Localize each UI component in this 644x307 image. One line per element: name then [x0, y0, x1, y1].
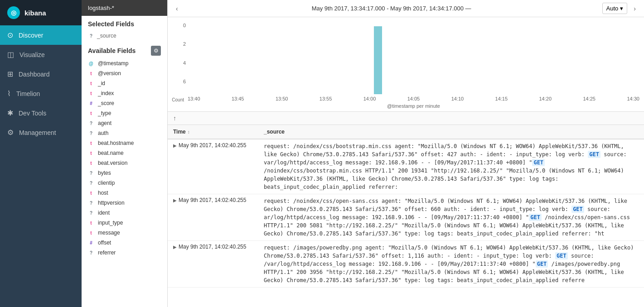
field-type-t: t [88, 221, 94, 225]
field-type-t: t [88, 91, 94, 96]
field-item-beat-version[interactable]: t beat.version [82, 158, 167, 168]
time-cell: ▶May 9th 2017, 14:02:40.255 [168, 194, 258, 241]
field-type-q: ? [88, 171, 94, 176]
field-name: offset [98, 240, 111, 246]
sidebar-item-devtools[interactable]: ✱ Dev Tools [0, 103, 82, 123]
field-item-version[interactable]: t @version [82, 68, 167, 78]
field-item-beat-name[interactable]: t beat.name [82, 148, 167, 158]
field-type-q: ? [88, 211, 94, 216]
field-name: host [98, 190, 108, 196]
kibana-logo-icon: ◎ [7, 6, 20, 19]
sidebar-item-timelion[interactable]: ⌇ Timelion [0, 84, 82, 103]
sidebar-item-label: Discover [19, 32, 43, 39]
available-fields-header: Available Fields ⚙ [82, 41, 167, 58]
field-type-t: t [88, 151, 94, 156]
index-pattern[interactable]: logstash-* [82, 0, 167, 16]
source-field-name: _source [97, 33, 116, 39]
field-name: bytes [98, 170, 111, 176]
sidebar-item-label: Dashboard [19, 71, 50, 78]
nav-up-button[interactable]: ↑ [173, 115, 176, 122]
time-value: May 9th 2017, 14:02:40.255 [179, 142, 246, 149]
sidebar-item-label: Management [19, 129, 56, 136]
field-item-timestamp[interactable]: @ @timestamp [82, 58, 167, 68]
gear-button[interactable]: ⚙ [151, 46, 161, 56]
chevron-down-icon: ▾ [620, 5, 623, 12]
main-content: ‹ May 9th 2017, 13:34:17.000 - May 9th 2… [168, 0, 644, 307]
field-type-t: t [88, 230, 94, 235]
field-name: agent [98, 120, 111, 126]
time-cell: ▶May 9th 2017, 14:02:40.255 [168, 139, 258, 194]
sidebar-item-label: Dev Tools [19, 110, 46, 117]
field-type-q: ? [88, 131, 94, 136]
devtools-icon: ✱ [7, 109, 13, 117]
field-item-httpversion[interactable]: ? httpversion [82, 198, 167, 208]
field-name: @version [98, 70, 121, 77]
sidebar-item-management[interactable]: ⚙ Management [0, 123, 82, 142]
time-cell: ▶May 9th 2017, 14:02:40.255 [168, 241, 258, 288]
field-type-q: ? [88, 250, 94, 255]
field-type-badge: ? [88, 34, 94, 38]
field-type-hash: # [88, 240, 94, 245]
field-type-t: t [88, 161, 94, 166]
field-item-bytes[interactable]: ? bytes [82, 168, 167, 178]
field-item-offset[interactable]: # offset [82, 238, 167, 248]
sidebar: ◎ kibana ⊙ Discover ◫ Visualize ⊞ Dashbo… [0, 0, 82, 307]
field-item-referrer[interactable]: ? referrer [82, 248, 167, 258]
expand-row-button[interactable]: ▶ [173, 245, 177, 249]
source-column-header: _source [258, 125, 644, 139]
chart-bars [188, 22, 639, 94]
source-field-item[interactable]: ? _source [82, 30, 167, 41]
management-icon: ⚙ [7, 128, 14, 137]
timelion-icon: ⌇ [7, 89, 11, 98]
field-item-score[interactable]: # _score [82, 98, 167, 108]
sidebar-item-dashboard[interactable]: ⊞ Dashboard [0, 64, 82, 84]
results-table: Time ↕ _source ▶May 9th 2017, 14:02:40.2… [168, 125, 644, 288]
selected-fields-label: Selected Fields [88, 20, 134, 28]
field-type-t: t [88, 81, 94, 86]
sidebar-item-label: Visualize [19, 51, 45, 58]
source-cell: request: /noindex/css/bootstrap.min.css … [258, 139, 644, 194]
field-item-host[interactable]: t host [82, 188, 167, 198]
field-item-auth[interactable]: ? auth [82, 128, 167, 138]
field-item-message[interactable]: t message [82, 228, 167, 238]
sidebar-item-discover[interactable]: ⊙ Discover [0, 25, 82, 45]
field-item-input-type[interactable]: t input_type [82, 218, 167, 228]
expand-row-button[interactable]: ▶ [173, 143, 177, 148]
sidebar-item-visualize[interactable]: ◫ Visualize [0, 45, 82, 64]
field-item-ident[interactable]: ? ident [82, 208, 167, 218]
collapse-right-button[interactable]: › [631, 3, 639, 14]
field-item-clientip[interactable]: ? clientip [82, 178, 167, 188]
field-type-q: ? [88, 121, 94, 126]
results-toolbar: ↑ [168, 112, 644, 125]
field-name: referrer [98, 249, 116, 256]
field-name: message [98, 230, 120, 236]
discover-icon: ⊙ [7, 31, 13, 39]
nav-left-button[interactable]: ‹ [173, 3, 181, 14]
field-name: @timestamp [98, 60, 129, 67]
field-type-t: t [88, 71, 94, 76]
auto-select-dropdown[interactable]: Auto ▾ [602, 3, 628, 14]
chart-bar[interactable] [374, 26, 383, 94]
field-name: ident [98, 210, 110, 216]
expand-row-button[interactable]: ▶ [173, 198, 177, 203]
field-name: auth [98, 130, 108, 136]
field-item-id[interactable]: t _id [82, 78, 167, 88]
field-item-index[interactable]: t _index [82, 88, 167, 98]
field-item-type[interactable]: t _type [82, 108, 167, 118]
field-name: _id [98, 80, 105, 86]
visualize-icon: ◫ [7, 50, 14, 59]
field-item-beat-hostname[interactable]: t beat.hostname [82, 138, 167, 148]
field-item-agent[interactable]: ? agent [82, 118, 167, 128]
field-name: _score [98, 100, 114, 106]
sort-icon: ↕ [188, 130, 190, 134]
field-name: httpversion [98, 200, 125, 206]
field-name: beat.hostname [98, 140, 134, 146]
time-range-display: May 9th 2017, 13:34:17.000 - May 9th 201… [184, 5, 599, 12]
available-fields-label: Available Fields [88, 47, 136, 54]
field-type-t: t [88, 191, 94, 196]
results-area[interactable]: ↑ Time ↕ _source ▶May 9th [168, 112, 644, 307]
time-value: May 9th 2017, 14:02:40.255 [179, 244, 246, 250]
sidebar-item-label: Timelion [16, 90, 40, 97]
time-column-header[interactable]: Time ↕ [168, 125, 258, 139]
field-type-t: t [88, 141, 94, 146]
